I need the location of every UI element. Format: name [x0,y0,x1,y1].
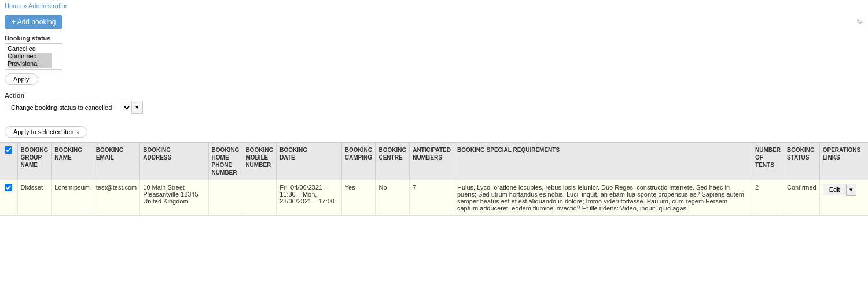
col-booking-name: BOOKINGNAME [52,142,93,180]
col-ops: OPERATIONS LINKS [819,142,868,180]
apply-selected-button[interactable]: Apply to selected items [5,126,87,138]
status-option-provisional[interactable]: Provisional [8,60,52,68]
cell-anticipated: 7 [410,180,454,215]
cell-status: Confirmed [784,180,819,215]
cell-email: test@test.com [93,180,139,215]
col-date: BOOKINGDATE [277,142,342,180]
status-option-cancelled[interactable]: Cancelled [8,45,52,53]
home-link[interactable]: Home [5,2,21,9]
table-row: Dixisset Loremipsum test@test.com 10 Mai… [0,180,868,215]
cell-address: 10 Main Street Pleasantville 12345 Unite… [140,180,208,215]
cell-booking-name: Loremipsum [52,180,93,215]
cell-special-req: Huius, Lyco, oratione locuples, rebus ip… [454,180,752,215]
action-label: Action [5,92,863,99]
add-booking-button[interactable]: + Add booking [5,15,62,29]
col-mobile: BOOKINGMOBILENUMBER [242,142,277,180]
breadcrumb: Home » Administration [0,0,868,12]
apply-button[interactable]: Apply [5,73,38,85]
col-centre: BOOKINGCENTRE [376,142,410,180]
cell-ops: Edit ▾ [819,180,868,215]
col-status: BOOKINGSTATUS [784,142,819,180]
status-option-confirmed[interactable]: Confirmed [8,53,52,60]
cell-mobile [242,180,277,215]
col-anticipated: ANTICIPATEDNUMBERS [410,142,454,180]
cell-home-phone [208,180,242,215]
select-all-checkbox[interactable] [5,146,12,154]
row-edit-button[interactable]: Edit [823,184,846,195]
col-group-name: BOOKINGGROUPNAME [17,142,52,180]
col-camping: BOOKINGCAMPING [341,142,376,180]
select-all-header [0,142,17,180]
action-dropdown-button[interactable]: ▾ [132,101,143,114]
cell-camping: Yes [341,180,376,215]
edit-icon-button[interactable]: ✎ [856,17,863,27]
cell-group-name: Dixisset [17,180,52,215]
col-address: BOOKINGADDRESS [140,142,208,180]
cell-centre: No [376,180,410,215]
col-email: BOOKINGEMAIL [93,142,139,180]
row-checkbox[interactable] [5,184,12,191]
admin-link[interactable]: Administration [28,2,69,9]
cell-num-tents: 2 [752,180,784,215]
col-num-tents: NUMBEROFTENTS [752,142,784,180]
col-special-req: BOOKING SPECIAL REQUIREMENTS [454,142,752,180]
row-edit-dropdown-button[interactable]: ▾ [846,184,856,196]
booking-status-select[interactable]: Cancelled Confirmed Provisional [5,43,62,70]
booking-status-label: Booking status [5,35,863,42]
row-checkbox-cell [0,180,17,215]
col-home-phone: BOOKINGHOMEPHONENUMBER [208,142,242,180]
action-select[interactable]: Change booking status to cancelled [5,101,132,114]
cell-date: Fri, 04/06/2021 – 11:30 – Mon, 28/06/202… [277,180,342,215]
